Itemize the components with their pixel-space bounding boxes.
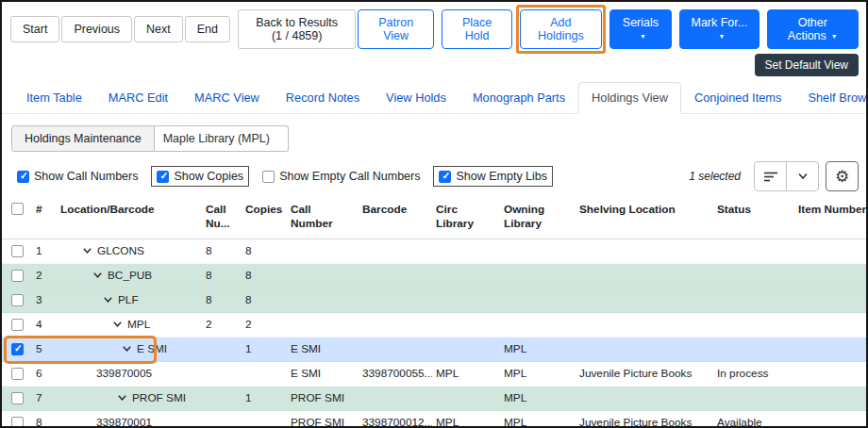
column-header-status[interactable]: Status — [713, 201, 794, 219]
row-checkbox[interactable] — [11, 245, 24, 257]
back-to-results-button[interactable]: Back to Results (1 / 4859) — [238, 9, 356, 49]
column-header-[interactable]: # — [32, 201, 57, 219]
row-checkbox[interactable] — [11, 319, 24, 331]
row-select-cell[interactable] — [8, 387, 32, 410]
toggle-show-empty-call-numbers[interactable]: Show Empty Call Numbers — [257, 166, 426, 187]
holdings-row[interactable]: 1GLCONS88 — [2, 239, 866, 264]
tab-record-notes[interactable]: Record Notes — [273, 82, 373, 114]
copies-count-cell: 8 — [242, 288, 287, 312]
tab-item-table[interactable]: Item Table — [13, 82, 95, 114]
holdings-row[interactable]: 5E SMI1E SMIMPL — [2, 337, 866, 362]
tab-holdings-view[interactable]: Holdings View — [578, 82, 681, 114]
tab-shelf-browse[interactable]: Shelf Browse — [794, 82, 868, 114]
tab-monograph-parts[interactable]: Monograph Parts — [459, 82, 578, 114]
nav-previous-button[interactable]: Previous — [61, 16, 132, 42]
location-barcode-cell[interactable]: BC_PUB — [57, 264, 202, 288]
column-header-location-barcode[interactable]: Location/Barcode — [57, 201, 202, 219]
nav-end-button[interactable]: End — [185, 16, 230, 42]
column-header-owning-library[interactable]: Owning Library — [500, 201, 576, 234]
location-barcode-cell[interactable]: E SMI — [57, 337, 202, 361]
row-select-cell[interactable] — [8, 337, 32, 361]
column-header-call-number[interactable]: Call Number — [287, 201, 359, 234]
chevron-down-icon[interactable] — [82, 247, 92, 255]
serials-button[interactable]: Serials▼ — [609, 9, 672, 49]
grid-settings-button[interactable]: ⚙ — [826, 161, 859, 191]
chevron-down-icon[interactable] — [92, 272, 103, 279]
holdings-row[interactable]: 2BC_PUB88 — [2, 264, 866, 288]
toggle-show-call-numbers[interactable]: Show Call Numbers — [11, 166, 143, 187]
copies-count-cell: 1 — [242, 337, 287, 361]
row-checkbox[interactable] — [11, 294, 24, 306]
record-toolbar: StartPreviousNextEnd Back to Results (1 … — [2, 2, 866, 49]
row-actions-button[interactable] — [754, 161, 787, 191]
checkbox-icon[interactable] — [439, 171, 451, 183]
location-barcode-cell[interactable]: 339870001 — [57, 411, 202, 428]
holdings-filter-row: Show Call NumbersShow CopiesShow Empty C… — [2, 152, 866, 191]
library-selector-input[interactable] — [155, 125, 289, 152]
column-header-circ-library[interactable]: Circ Library — [432, 201, 500, 234]
chevron-down-icon[interactable] — [117, 394, 127, 402]
column-header-copies[interactable]: Copies — [242, 201, 287, 219]
caret-down-icon: ▼ — [831, 33, 838, 40]
nav-start-button[interactable]: Start — [10, 16, 59, 42]
column-header-barcode[interactable]: Barcode — [359, 201, 432, 219]
row-select-cell[interactable] — [8, 264, 32, 288]
copies-count-cell: 2 — [242, 313, 287, 337]
toggle-show-empty-libs[interactable]: Show Empty Libs — [433, 166, 553, 187]
row-checkbox[interactable] — [11, 392, 24, 404]
row-select-cell[interactable] — [8, 239, 32, 263]
status-cell — [713, 288, 794, 312]
column-header-item-number[interactable]: Item Number — [794, 201, 868, 219]
chevron-down-icon[interactable] — [103, 296, 113, 304]
row-select-cell[interactable] — [8, 411, 32, 428]
location-barcode-cell[interactable]: PROF SMI — [57, 387, 202, 410]
holdings-row[interactable]: 8339870001PROF SMI3398700012...MPLMPLJuv… — [2, 411, 866, 428]
holdings-row[interactable]: 4MPL22 — [2, 313, 866, 337]
row-checkbox[interactable] — [11, 343, 24, 355]
barcode-cell — [359, 387, 432, 410]
call-numbers-count-cell — [202, 362, 242, 386]
place-hold-button[interactable]: Place Hold — [442, 9, 512, 49]
location-barcode-cell[interactable]: 339870005 — [57, 362, 202, 386]
other-actions-button[interactable]: Other Actions▼ — [767, 9, 859, 49]
checkbox-icon[interactable] — [157, 171, 169, 183]
checkbox-icon[interactable] — [262, 171, 275, 183]
row-select-cell[interactable] — [8, 313, 32, 337]
tab-marc-edit[interactable]: MARC Edit — [95, 82, 181, 114]
row-checkbox[interactable] — [11, 417, 24, 428]
location-barcode-cell[interactable]: MPL — [57, 313, 202, 337]
patron-view-button[interactable]: Patron View — [358, 9, 434, 49]
shelving-location-cell: Juvenile Picture Books — [576, 362, 713, 386]
column-header-call-nu[interactable]: Call Nu... — [202, 201, 242, 234]
chevron-down-icon[interactable] — [112, 321, 123, 328]
mark-for-button[interactable]: Mark For...▼ — [679, 9, 759, 49]
grid-menu-toggle-button[interactable] — [786, 161, 819, 191]
location-barcode-cell[interactable]: GLCONS — [57, 239, 202, 263]
checkbox-icon[interactable] — [17, 171, 29, 183]
item-number-cell — [794, 264, 866, 288]
status-cell — [713, 337, 794, 361]
toggle-show-copies[interactable]: Show Copies — [151, 166, 249, 187]
select-all-checkbox[interactable] — [11, 203, 24, 215]
holdings-maintenance-button[interactable]: Holdings Maintenance — [11, 125, 155, 152]
location-barcode-cell[interactable]: PLF — [57, 288, 202, 312]
holdings-row[interactable]: 7PROF SMI1PROF SMIMPL — [2, 387, 866, 411]
add-holdings-button[interactable]: Add Holdings — [520, 9, 602, 49]
column-header-shelving-location[interactable]: Shelving Location — [576, 201, 713, 219]
row-select-cell[interactable] — [8, 288, 32, 312]
holdings-row[interactable]: 6339870005E SMI3398700055...MPLMPLJuveni… — [2, 362, 866, 387]
default-view-row: Set Default View — [2, 49, 866, 76]
nav-next-button[interactable]: Next — [134, 16, 183, 42]
tab-conjoined-items[interactable]: Conjoined Items — [681, 82, 794, 114]
owning-library-cell: MPL — [500, 337, 576, 361]
tab-view-holds[interactable]: View Holds — [373, 82, 459, 114]
chevron-down-icon[interactable] — [122, 345, 132, 353]
select-all-cell[interactable] — [8, 201, 32, 221]
set-default-view-button[interactable]: Set Default View — [755, 54, 860, 76]
holdings-row[interactable]: 3PLF88 — [2, 288, 866, 313]
row-checkbox[interactable] — [11, 270, 24, 282]
row-select-cell[interactable] — [8, 362, 32, 386]
row-checkbox[interactable] — [11, 368, 24, 380]
tab-marc-view[interactable]: MARC View — [181, 82, 273, 114]
owning-library-cell — [500, 313, 576, 337]
